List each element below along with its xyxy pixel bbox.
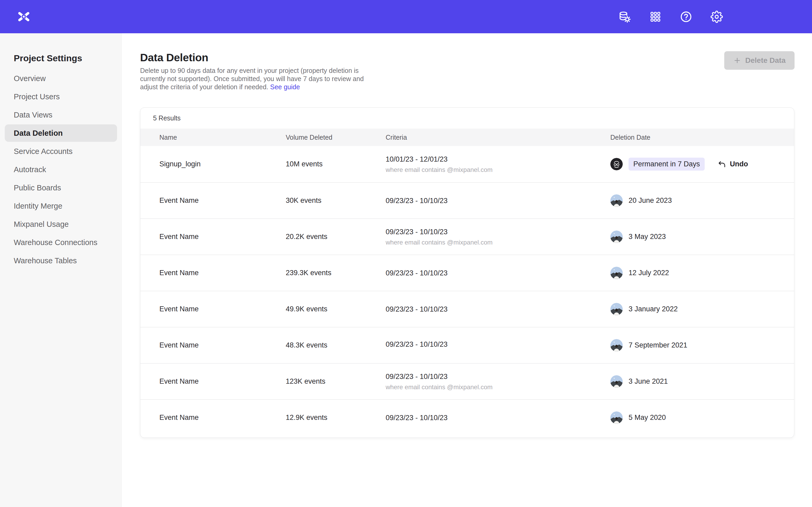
cell-criteria: 09/23/23 - 10/10/23 [386,196,610,205]
cell-criteria: 09/23/23 - 10/10/23 [386,269,610,278]
cell-name: Event Name [159,377,286,386]
cell-criteria: 09/23/23 - 10/10/23where email contains … [386,372,610,391]
cell-name: Event Name [159,341,286,349]
user-photo-avatar [610,230,623,243]
sidebar-item-label: Data Views [14,111,52,119]
sidebar-item-label: Warehouse Tables [14,257,77,265]
user-photo-avatar [610,411,623,424]
criteria-date-range: 09/23/23 - 10/10/23 [386,340,610,349]
sidebar-item-label: Public Boards [14,183,61,192]
table-row: Event Name 30K events 09/23/23 - 10/10/2… [140,182,794,218]
column-header-criteria: Criteria [386,133,610,141]
column-header-volume-deleted: Volume Deleted [286,133,386,141]
mixpanel-logo[interactable] [16,9,31,24]
sidebar-item-service-accounts[interactable]: Service Accounts [5,143,117,160]
deletion-date-text: 3 January 2022 [628,305,678,313]
deletions-table-card: 5 Results NameVolume DeletedCriteriaDele… [140,108,794,438]
cell-deletion-date: 5 May 2020 [610,411,794,424]
sidebar-item-identity-merge[interactable]: Identity Merge [5,197,117,215]
sidebar-item-data-views[interactable]: Data Views [5,106,117,124]
sidebar-item-warehouse-tables[interactable]: Warehouse Tables [5,252,117,269]
table-row: Event Name 12.9K events 09/23/23 - 10/10… [140,399,794,436]
cell-deletion-date: 7 September 2021 [610,339,794,351]
dark-illustration-avatar [610,158,623,170]
cell-volume-deleted: 12.9K events [286,413,386,422]
user-photo-avatar [610,194,623,207]
table-row: Signup_login 10M events 10/01/23 - 12/01… [140,146,794,182]
help-icon[interactable] [679,10,693,23]
table-row: Event Name 48.3K events 09/23/23 - 10/10… [140,327,794,363]
deletion-date-text: 3 May 2023 [628,233,666,241]
cell-name: Event Name [159,413,286,422]
deletion-date-text: 7 September 2021 [628,341,687,349]
user-photo-avatar [610,375,623,388]
table-row: Event Name 123K events 09/23/23 - 10/10/… [140,363,794,399]
settings-gear-icon[interactable] [710,10,723,23]
sidebar-item-label: Autotrack [14,165,46,174]
cell-deletion-date: 3 January 2022 [610,303,794,315]
deletion-date-text: 12 July 2022 [628,269,669,277]
table-row: Event Name 49.9K events 09/23/23 - 10/10… [140,291,794,327]
apps-grid-icon[interactable] [649,10,662,23]
results-count: 5 Results [140,108,794,129]
criteria-date-range: 09/23/23 - 10/10/23 [386,196,610,205]
page-description: Delete up to 90 days data for any event … [140,66,373,91]
cell-criteria: 10/01/23 - 12/01/23where email contains … [386,155,610,174]
sidebar-item-autotrack[interactable]: Autotrack [5,161,117,178]
cell-name: Signup_login [159,160,286,168]
criteria-date-range: 09/23/23 - 10/10/23 [386,413,610,422]
sidebar: Project Settings OverviewProject UsersDa… [0,33,121,507]
cell-deletion-date: Permanent in 7 Days Undo [610,158,794,171]
column-header-name: Name [159,133,286,141]
sidebar-item-public-boards[interactable]: Public Boards [5,179,117,196]
cell-volume-deleted: 48.3K events [286,341,386,349]
cell-volume-deleted: 49.9K events [286,305,386,313]
cell-criteria: 09/23/23 - 10/10/23 [386,305,610,314]
table-header-row: NameVolume DeletedCriteriaDeletion Date [140,129,794,146]
undo-button[interactable]: Undo [717,160,748,169]
cell-name: Event Name [159,233,286,241]
sidebar-item-label: Service Accounts [14,147,72,156]
cell-volume-deleted: 30K events [286,196,386,205]
mixpanel-logo-icon [16,9,31,24]
see-guide-link[interactable]: See guide [270,83,300,91]
deletion-date-text: 3 June 2021 [628,377,668,386]
criteria-date-range: 10/01/23 - 12/01/23 [386,155,610,164]
sidebar-item-mixpanel-usage[interactable]: Mixpanel Usage [5,216,117,233]
criteria-date-range: 09/23/23 - 10/10/23 [386,269,610,278]
sidebar-item-project-users[interactable]: Project Users [5,88,117,105]
cell-volume-deleted: 20.2K events [286,233,386,241]
criteria-subtext: where email contains @mixpanel.com [386,238,610,246]
criteria-date-range: 09/23/23 - 10/10/23 [386,372,610,381]
cell-deletion-date: 3 June 2021 [610,375,794,388]
sidebar-item-warehouse-connections[interactable]: Warehouse Connections [5,234,117,251]
undo-button-label: Undo [730,160,748,168]
cell-volume-deleted: 239.3K events [286,269,386,277]
delete-data-button[interactable]: Delete Data [724,51,795,70]
page-header: Data Deletion Delete up to 90 days data … [140,51,795,91]
undo-icon [717,160,726,169]
table-row: Event Name 239.3K events 09/23/23 - 10/1… [140,255,794,291]
data-settings-icon[interactable] [618,10,631,23]
criteria-date-range: 09/23/23 - 10/10/23 [386,305,610,314]
top-nav-bar [0,0,812,33]
sidebar-nav: OverviewProject UsersData ViewsData Dele… [0,70,121,269]
criteria-date-range: 09/23/23 - 10/10/23 [386,227,610,236]
permanent-badge: Permanent in 7 Days [628,158,705,171]
user-photo-avatar [610,339,623,351]
cell-criteria: 09/23/23 - 10/10/23 [386,413,610,422]
cell-deletion-date: 12 July 2022 [610,267,794,279]
cell-deletion-date: 20 June 2023 [610,194,794,207]
sidebar-item-label: Overview [14,74,46,83]
plus-icon [733,57,741,64]
deletion-date-text: 5 May 2020 [628,413,666,422]
cell-criteria: 09/23/23 - 10/10/23 [386,340,610,351]
cell-name: Event Name [159,196,286,205]
cell-volume-deleted: 123K events [286,377,386,386]
sidebar-item-overview[interactable]: Overview [5,70,117,87]
sidebar-item-label: Warehouse Connections [14,238,98,247]
sidebar-title: Project Settings [14,52,121,64]
topbar-icon-group [618,10,723,23]
column-header-deletion-date: Deletion Date [610,133,794,141]
sidebar-item-data-deletion[interactable]: Data Deletion [5,124,117,142]
